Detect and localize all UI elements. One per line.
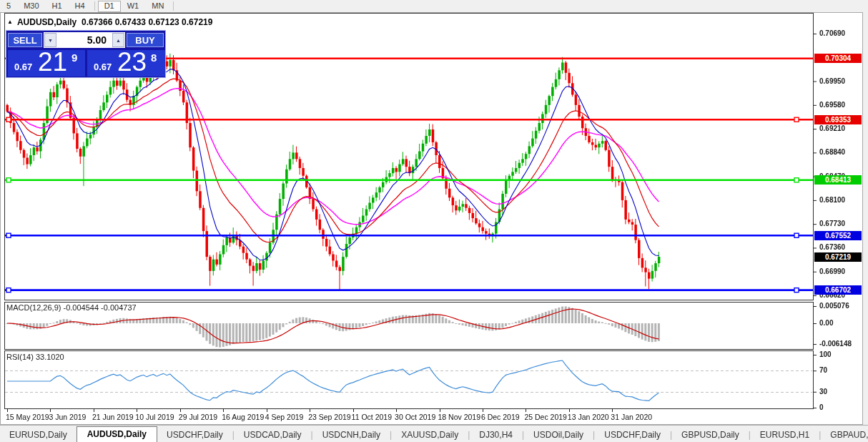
sell-price-prefix: 0.67 [14, 62, 32, 72]
one-click-trade-panel: SELL ▼ 5.00 ▲ BUY 0.67 21 9 0.67 23 8 [6, 30, 166, 78]
chart-symbol-period: AUDUSD,Daily [17, 17, 77, 27]
tab-usdcnh-daily[interactable]: USDCNH,Daily [313, 428, 390, 442]
window-right-border [863, 12, 868, 442]
timeframe-button-H4[interactable]: H4 [69, 1, 92, 12]
volume-decrease-button[interactable]: ▼ [44, 33, 56, 47]
timeframe-button-W1[interactable]: W1 [121, 1, 146, 12]
tab-audusd-daily[interactable]: AUDUSD,Daily [77, 426, 157, 442]
tab-eurusd-h1[interactable]: EURUSD,H1 [751, 428, 819, 442]
buy-button[interactable]: BUY [127, 33, 164, 47]
macd-label: MACD(12,26,9) -0.004544 -0.004737 [6, 303, 137, 312]
tab-usdchf-daily[interactable]: USDCHF,Daily [157, 428, 232, 442]
sell-button[interactable]: SELL [8, 33, 42, 47]
tab-gbpaud-h1[interactable]: GBPAUD,H1 [821, 428, 868, 442]
collapse-panel-icon[interactable]: ▲ [7, 19, 13, 25]
timeframe-toolbar: 5M30H1H4D1W1MN [0, 0, 868, 13]
buy-price-display[interactable]: 0.67 23 8 [87, 50, 165, 77]
volume-box: ▼ 5.00 ▲ [44, 32, 125, 48]
toolbar-separator [173, 1, 174, 11]
tab-usdcad-daily[interactable]: USDCAD,Daily [235, 428, 311, 442]
trading-terminal: 5M30H1H4D1W1MN ▲AUDUSD,Daily 0.67366 0.6… [0, 0, 868, 442]
tab-xauusd-daily[interactable]: XAUUSD,Daily [392, 428, 468, 442]
sell-price-pipette: 9 [71, 51, 77, 64]
timeframe-button-5[interactable]: 5 [0, 1, 17, 12]
timeframe-button-M30[interactable]: M30 [17, 1, 45, 12]
tab-usdoil-daily[interactable]: USDOil,Daily [524, 428, 593, 442]
timeframe-button-D1[interactable]: D1 [98, 1, 121, 12]
buy-price-pipette: 8 [151, 51, 157, 64]
sell-price-pips: 21 [38, 47, 67, 77]
tab-eurusd-daily[interactable]: EURUSD,Daily [0, 428, 77, 442]
chart-ohlc-quotes: 0.67366 0.67433 0.67123 0.67219 [82, 17, 213, 27]
timeframe-button-H1[interactable]: H1 [46, 1, 69, 12]
timeframe-button-MN[interactable]: MN [145, 1, 170, 12]
volume-increase-button[interactable]: ▲ [112, 33, 124, 47]
chart-tab-bar: EURUSD,DailyAUDUSD,DailyUSDCHF,Daily|USD… [0, 425, 868, 442]
volume-input[interactable]: 5.00 [56, 33, 112, 47]
buy-price-pips: 23 [117, 47, 147, 77]
tab-usdchf-daily[interactable]: USDCHF,Daily [595, 428, 670, 442]
tab-gbpusd-daily[interactable]: GBPUSD,Daily [672, 428, 749, 442]
toolbar-separator [94, 1, 95, 11]
tab-dj30-h4[interactable]: DJ30,H4 [470, 428, 522, 442]
chart-title: ▲AUDUSD,Daily 0.67366 0.67433 0.67123 0.… [7, 17, 212, 27]
rsi-label: RSI(14) 33.1020 [6, 353, 64, 361]
sell-price-display[interactable]: 0.67 21 9 [8, 50, 85, 77]
buy-price-prefix: 0.67 [94, 62, 112, 72]
